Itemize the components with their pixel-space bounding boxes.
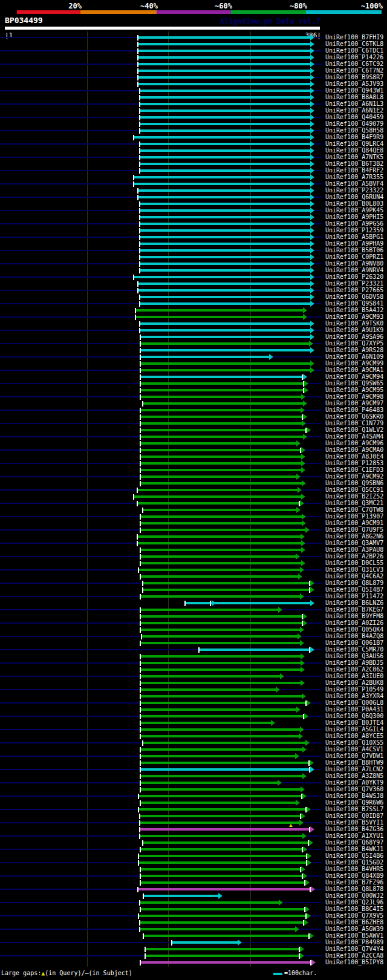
alignment-bar[interactable]: [146, 948, 300, 950]
alignment-bar[interactable]: [140, 302, 310, 305]
alignment-bar[interactable]: [138, 189, 310, 192]
alignment-bar[interactable]: [140, 229, 310, 232]
alignment-bar[interactable]: [140, 322, 310, 325]
alignment-bar[interactable]: [138, 289, 310, 292]
subject-label[interactable]: UniRef100_Q05QK4: [325, 627, 383, 633]
subject-label[interactable]: UniRef100_A5GIL4: [325, 727, 383, 733]
alignment-bar[interactable]: [140, 156, 310, 158]
alignment-bar[interactable]: [140, 822, 299, 824]
alignment-bar[interactable]: [140, 209, 310, 212]
alignment-bar[interactable]: [141, 702, 307, 704]
subject-label[interactable]: UniRef100_A8G2N6: [325, 534, 383, 540]
alignment-bar[interactable]: [141, 682, 301, 684]
subject-label[interactable]: UniRef100_B8A8L8: [325, 94, 383, 100]
subject-label[interactable]: UniRef100_A9CM99: [325, 361, 383, 367]
subject-label[interactable]: UniRef100_A9BDJ5: [325, 660, 383, 666]
subject-label[interactable]: UniRef100_Q8L879: [325, 580, 383, 586]
alignment-bar[interactable]: [141, 688, 276, 691]
alignment-bar[interactable]: [141, 615, 303, 618]
subject-label[interactable]: UniRef100_D0CL55: [325, 560, 383, 566]
alignment-bar[interactable]: [141, 416, 303, 418]
alignment-bar[interactable]: [141, 362, 310, 365]
subject-label[interactable]: UniRef100_B7FHI9: [325, 34, 383, 41]
subject-label[interactable]: UniRef100_A5BPG1: [325, 234, 383, 240]
alignment-bar[interactable]: [141, 802, 296, 804]
subject-label[interactable]: UniRef100_Q3AMV7: [325, 540, 383, 546]
alignment-bar[interactable]: [141, 642, 300, 644]
alignment-bar[interactable]: [138, 502, 300, 505]
alignment-bar[interactable]: [138, 283, 310, 285]
alignment-bar[interactable]: [141, 456, 301, 458]
subject-label[interactable]: UniRef100_A5BVF4: [325, 181, 383, 187]
subject-label[interactable]: UniRef100_B4WSJ8: [325, 793, 383, 799]
subject-label[interactable]: UniRef100_A7R355: [325, 174, 383, 180]
alignment-bar[interactable]: [140, 269, 310, 272]
alignment-bar[interactable]: [186, 602, 310, 604]
alignment-bar[interactable]: [141, 755, 295, 757]
subject-label[interactable]: UniRef100_A9CMA1: [325, 367, 383, 373]
alignment-bar[interactable]: [139, 861, 307, 864]
alignment-bar[interactable]: [141, 875, 303, 877]
alignment-bar[interactable]: [141, 562, 301, 564]
alignment-bar[interactable]: [134, 183, 310, 185]
alignment-bar[interactable]: [141, 575, 298, 578]
alignment-bar[interactable]: [140, 149, 310, 152]
subject-label[interactable]: UniRef100_B6T3B2: [325, 161, 383, 167]
alignment-bar[interactable]: [139, 855, 307, 857]
alignment-bar[interactable]: [138, 50, 310, 52]
alignment-bar[interactable]: [141, 722, 271, 724]
subject-label[interactable]: UniRef100_C6TC92: [325, 61, 383, 67]
alignment-bar[interactable]: [140, 329, 310, 332]
subject-label[interactable]: UniRef100_C0PRZ1: [325, 254, 383, 260]
alignment-bar[interactable]: [138, 535, 301, 538]
subject-label[interactable]: UniRef100_B9S8R7: [325, 74, 383, 80]
alignment-bar[interactable]: [141, 555, 296, 558]
alignment-bar[interactable]: [134, 276, 310, 278]
subject-label[interactable]: UniRef100_B4VHR5: [325, 866, 383, 872]
alignment-bar[interactable]: [140, 263, 310, 265]
alignment-bar[interactable]: [141, 369, 310, 371]
alignment-bar[interactable]: [140, 116, 310, 119]
alignment-bar[interactable]: [141, 762, 310, 764]
alignment-bar[interactable]: [141, 708, 296, 711]
subject-label[interactable]: UniRef100_C7QTW8: [325, 507, 383, 513]
subject-label[interactable]: UniRef100_P13907: [325, 514, 383, 520]
subject-label[interactable]: UniRef100_A9NV80: [325, 261, 383, 267]
alignment-bar[interactable]: [139, 915, 307, 917]
alignment-bar[interactable]: [141, 609, 278, 611]
subject-label[interactable]: UniRef100_Q2JL96: [325, 900, 383, 906]
subject-label[interactable]: UniRef100_Q3AUS6: [325, 653, 383, 659]
alignment-bar[interactable]: [141, 349, 310, 351]
subject-label[interactable]: UniRef100_P26320: [325, 274, 383, 280]
subject-label[interactable]: UniRef100_P12359: [325, 227, 383, 234]
subject-label[interactable]: UniRef100_B5AWV1: [325, 933, 383, 939]
alignment-bar[interactable]: [140, 815, 301, 817]
alignment-bar[interactable]: [141, 515, 302, 518]
alignment-bar[interactable]: [140, 169, 310, 172]
alignment-bar[interactable]: [143, 402, 303, 405]
alignment-bar[interactable]: [141, 662, 301, 664]
alignment-bar[interactable]: [139, 808, 307, 811]
subject-label[interactable]: UniRef100_A4SAM4: [325, 434, 383, 440]
subject-label[interactable]: UniRef100_A9CM92: [325, 474, 383, 480]
alignment-bar[interactable]: [138, 43, 310, 45]
alignment-bar[interactable]: [141, 748, 302, 751]
alignment-bar[interactable]: [141, 848, 303, 851]
subject-label[interactable]: UniRef100_A1XYU1: [325, 833, 383, 839]
subject-label[interactable]: UniRef100_Q9SBN6: [325, 480, 383, 486]
alignment-bar[interactable]: [143, 582, 310, 584]
alignment-bar[interactable]: [141, 655, 301, 658]
alignment-bar[interactable]: [141, 449, 301, 451]
alignment-bar[interactable]: [140, 828, 310, 831]
alignment-bar[interactable]: [141, 522, 302, 524]
alignment-bar[interactable]: [141, 442, 296, 445]
subject-label[interactable]: UniRef100_B0JTE4: [325, 720, 383, 726]
alignment-bar[interactable]: [141, 595, 300, 598]
subject-label[interactable]: UniRef100_Q7VDW1: [325, 753, 383, 759]
subject-label[interactable]: UniRef100_Q6Q300: [325, 713, 383, 719]
subject-label[interactable]: UniRef100_B8HTW9: [325, 760, 383, 766]
subject-label[interactable]: UniRef100_Q5CC91: [325, 487, 383, 493]
alignment-bar[interactable]: [141, 549, 301, 551]
alignment-bar[interactable]: [200, 648, 310, 651]
subject-label[interactable]: UniRef100_Q68Y97: [325, 840, 383, 846]
